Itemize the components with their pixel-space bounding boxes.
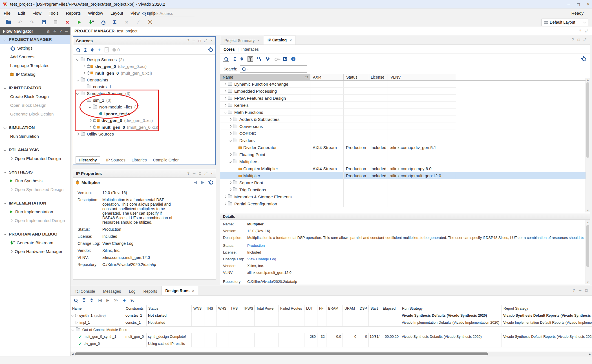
column-header-tns[interactable]: TNS [204,305,217,312]
chevron-down-icon[interactable] [83,99,85,101]
scroll-left-icon[interactable]: ◀ [70,352,75,356]
expand-all-icon[interactable] [91,48,94,52]
maximize-panel-icon[interactable]: □ [578,37,580,42]
catalog-row-memories-storage-elements[interactable]: Memories & Storage Elements [220,193,590,200]
add-sources-icon[interactable]: + [98,48,101,52]
tree-item-design-sources[interactable]: Design Sources (2) [73,56,215,63]
catalog-row-divider-generator[interactable]: Divider GeneratorAXI4-StreamProductionIn… [220,144,590,151]
collapse-all-icon[interactable] [84,48,87,52]
run-icon[interactable] [76,19,82,25]
runs-group-row[interactable]: Out-of-Context Module Runs [70,326,592,333]
column-header-total-power[interactable]: Total Power [255,305,279,312]
chevron-down-icon[interactable] [229,139,232,142]
chevron-right-icon[interactable] [229,153,232,156]
float-panel-icon[interactable]: ⤢ [204,39,207,43]
tree-item-div-gen-0[interactable]: div_gen_0 (div_gen_0.xci) [73,117,215,124]
stop-icon[interactable]: × [64,19,70,25]
column-header-elapsed[interactable]: Elapsed [381,305,400,312]
chevron-down-icon[interactable] [229,160,232,163]
create-runs-icon[interactable]: + [123,298,126,302]
chevron-right-icon[interactable] [224,90,227,92]
column-header-run-strategy[interactable]: Run Strategy [400,305,502,312]
sources-tab-compile-order[interactable]: Compile Order [153,158,179,162]
tab-log[interactable]: Log [125,287,139,295]
chevron-right-icon[interactable] [83,72,85,74]
open-project-icon[interactable] [5,19,11,25]
catalog-row-multipliers[interactable]: Multipliers [220,158,590,165]
close-panel-icon[interactable]: × [211,171,213,176]
tree-item-constrs-1[interactable]: constrs_1 [73,83,215,90]
menu-reports[interactable]: Reports [62,11,85,15]
tree-item-constraints[interactable]: Constraints [73,76,215,83]
tree-item-div-gen-0[interactable]: div_gen_0 (div_gen_0.xci) [73,63,215,70]
maximize-button[interactable]: □ [577,2,580,7]
catalog-row-fpga-features-and-design[interactable]: FPGA Features and Design [220,95,590,102]
close-tab-icon[interactable]: × [192,288,194,293]
collapse-all-icon[interactable] [83,298,85,302]
catalog-row-adders-subtracters[interactable]: Adders & Subtracters [220,116,590,123]
flow-item-open-hardware-manager[interactable]: Open Hardware Manager [0,247,70,256]
details-value[interactable]: View Change Log [247,257,276,261]
chevron-down-icon[interactable] [76,58,79,61]
chevron-right-icon[interactable] [224,202,227,205]
chevron-right-icon[interactable] [89,126,92,128]
details-vertical-scrollbar[interactable]: ▲ ▼ [586,220,590,284]
float-icon[interactable]: ⤢ [585,29,588,33]
flow-item-add-sources[interactable]: Add Sources [0,52,70,61]
maximize-panel-icon[interactable]: □ [199,171,201,176]
chevron-down-icon[interactable] [71,329,74,331]
chevron-right-icon[interactable] [83,65,85,68]
catalog-search-input[interactable]: - [240,65,307,73]
sources-tab-libraries[interactable]: Libraries [132,158,147,162]
runs-row-synth-1[interactable]: synth_1 (active)constrs_1Not startedViva… [70,312,592,319]
flow-section-project-manager[interactable]: PROJECT MANAGER [0,35,70,44]
layout-selector[interactable]: Default Layout [542,19,588,26]
float-panel-icon[interactable]: ⤢ [584,37,586,42]
property-value[interactable]: View Change Log [102,241,174,246]
scroll-up-icon[interactable]: ▲ [586,78,590,82]
catalog-row-trig-functions[interactable]: Trig Functions [220,186,590,193]
catalog-row-cordic[interactable]: CORDIC [220,130,590,137]
chevron-right-icon[interactable] [229,132,232,135]
catalog-row-math-functions[interactable]: Math Functions [220,109,590,116]
property-value[interactable]: Production [102,227,174,232]
report-sum-icon[interactable]: Σ [112,19,118,25]
close-button[interactable]: × [587,1,590,7]
help-icon[interactable]: ? [572,37,574,42]
filter-icon[interactable] [248,56,253,62]
menu-file[interactable]: File [0,11,14,15]
close-tab-icon[interactable]: × [257,38,260,43]
sources-tab-ip-sources[interactable]: IP Sources [106,158,125,162]
chevron-down-icon[interactable] [224,111,227,114]
runs-row-impl-1[interactable]: impl_1constrs_1Not startedVivado Impleme… [70,319,592,326]
help-icon[interactable]: ? [60,29,62,33]
scroll-up-icon[interactable]: ▲ [586,220,590,224]
float-panel-icon[interactable]: ⤢ [204,171,207,176]
scrollbar-thumb[interactable] [75,352,488,355]
chevron-down-icon[interactable] [76,78,79,81]
column-header-axi4[interactable]: AXI4 [310,74,344,80]
flow-item-generate-bitstream[interactable]: 01Generate Bitstream [0,238,70,247]
save-icon[interactable] [41,19,47,25]
sources-settings-gear-icon[interactable] [208,47,213,52]
column-header-report-strategy[interactable]: Report Strategy [502,305,592,312]
menu-flow[interactable]: Flow [29,11,45,15]
column-header-name[interactable]: Name [70,305,124,312]
subtab-interfaces[interactable]: Interfaces [241,47,259,52]
tree-item-sim-1[interactable]: sim_1 (3) [73,97,215,103]
column-header-dsp[interactable]: DSP [358,305,369,312]
tree-item-non-module-files[interactable]: Non-module Files (1) [73,103,215,110]
chevron-right-icon[interactable] [224,104,227,106]
flow-item-open-elaborated-design[interactable]: Open Elaborated Design [0,154,70,163]
search-icon[interactable] [76,48,80,52]
scroll-down-icon[interactable]: ▼ [586,280,590,284]
chevron-down-icon[interactable] [71,314,74,317]
column-header-lut[interactable]: LUT [304,305,317,312]
collapse-all-icon[interactable]: ⧎ [47,29,50,33]
expand-all-icon[interactable] [90,298,93,302]
tab-reports[interactable]: Reports [140,287,161,295]
catalog-row-floating-point[interactable]: Floating Point [220,151,590,158]
menu-tools[interactable]: Tools [45,11,62,15]
expand-all-icon[interactable]: ≑ [53,29,56,33]
expand-all-icon[interactable] [240,57,243,61]
